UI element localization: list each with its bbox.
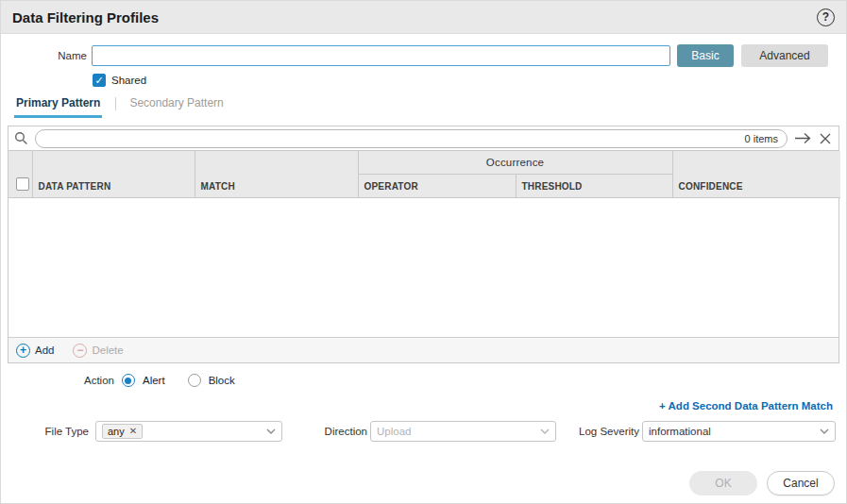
- add-second-data-pattern-link[interactable]: + Add Second Data Pattern Match: [659, 400, 833, 412]
- shared-label: Shared: [111, 75, 146, 86]
- add-button[interactable]: + Add: [16, 344, 54, 358]
- log-severity-label: Log Severity: [556, 420, 639, 443]
- action-row: Action Alert Block: [1, 372, 846, 389]
- file-type-tag-value: any: [108, 426, 125, 437]
- name-label: Name: [56, 50, 87, 61]
- search-icon: [14, 131, 28, 145]
- dialog-footer: OK Cancel: [1, 471, 846, 496]
- chevron-down-icon: [820, 428, 829, 434]
- cancel-button[interactable]: Cancel: [767, 471, 835, 496]
- select-all-checkbox[interactable]: [16, 177, 29, 191]
- log-severity-value: informational: [649, 426, 814, 437]
- bottom-controls-row: File Type any ✕ Direction Upload Log Sev…: [1, 420, 846, 443]
- pattern-table: 0 items DATA PATTERN MATCH Occurrence CO…: [8, 126, 839, 363]
- help-icon[interactable]: ?: [817, 8, 835, 26]
- direction-dropdown[interactable]: Upload: [370, 421, 556, 442]
- direction-label: Direction: [284, 420, 367, 443]
- pattern-table-toolbar: + Add − Delete: [8, 337, 839, 362]
- shared-row: ✓ Shared: [93, 73, 846, 88]
- ok-button[interactable]: OK: [689, 471, 757, 496]
- delete-button[interactable]: − Delete: [73, 344, 123, 358]
- add-icon: +: [16, 344, 30, 358]
- pattern-tabs: Primary Pattern Secondary Pattern: [1, 95, 846, 118]
- dialog-titlebar: Data Filtering Profiles ?: [1, 1, 846, 34]
- table-filter-input[interactable]: [44, 131, 739, 146]
- advanced-button[interactable]: Advanced: [741, 44, 828, 67]
- action-block-label: Block: [209, 375, 235, 386]
- chevron-down-icon: [540, 428, 550, 434]
- action-label: Action: [84, 375, 114, 386]
- shared-checkbox[interactable]: ✓: [93, 74, 106, 87]
- name-input[interactable]: [92, 45, 670, 66]
- column-header-match[interactable]: MATCH: [195, 151, 358, 197]
- name-row: Name Basic Advanced: [1, 44, 846, 67]
- table-filter-field[interactable]: 0 items: [35, 129, 788, 148]
- file-type-dropdown[interactable]: any ✕: [95, 421, 282, 442]
- chevron-down-icon: [266, 428, 276, 434]
- pattern-table-body-empty: [8, 198, 839, 338]
- column-header-confidence[interactable]: CONFIDENCE: [672, 151, 840, 197]
- delete-icon: −: [73, 344, 87, 358]
- log-severity-dropdown[interactable]: informational: [642, 421, 836, 442]
- data-filtering-profiles-dialog: Data Filtering Profiles ? Name Basic Adv…: [0, 0, 847, 504]
- clear-filter-icon[interactable]: [820, 133, 831, 144]
- apply-filter-icon[interactable]: [794, 132, 813, 144]
- table-search-row: 0 items: [8, 126, 839, 151]
- link-row: + Add Second Data Pattern Match: [1, 396, 846, 412]
- pattern-table-header: DATA PATTERN MATCH Occurrence CONFIDENCE…: [8, 151, 840, 198]
- action-alert-label: Alert: [143, 375, 165, 386]
- tab-secondary-pattern[interactable]: Secondary Pattern: [127, 93, 225, 118]
- column-group-occurrence: Occurrence: [358, 151, 672, 174]
- file-type-tag: any ✕: [102, 424, 143, 439]
- column-header-data-pattern[interactable]: DATA PATTERN: [32, 151, 195, 197]
- basic-button[interactable]: Basic: [677, 44, 734, 67]
- column-header-threshold[interactable]: THRESHOLD: [516, 174, 672, 197]
- add-button-label: Add: [35, 344, 54, 356]
- file-type-label: File Type: [1, 420, 89, 443]
- tab-separator: [115, 97, 116, 110]
- items-count: 0 items: [745, 133, 778, 144]
- dialog-title: Data Filtering Profiles: [12, 9, 817, 25]
- tab-primary-pattern[interactable]: Primary Pattern: [14, 93, 102, 118]
- column-header-operator[interactable]: OPERATOR: [358, 174, 516, 197]
- action-block-radio[interactable]: [188, 374, 201, 387]
- action-alert-radio[interactable]: [122, 374, 135, 387]
- delete-button-label: Delete: [92, 344, 123, 356]
- direction-value: Upload: [377, 426, 534, 437]
- remove-file-type-icon[interactable]: ✕: [129, 427, 137, 436]
